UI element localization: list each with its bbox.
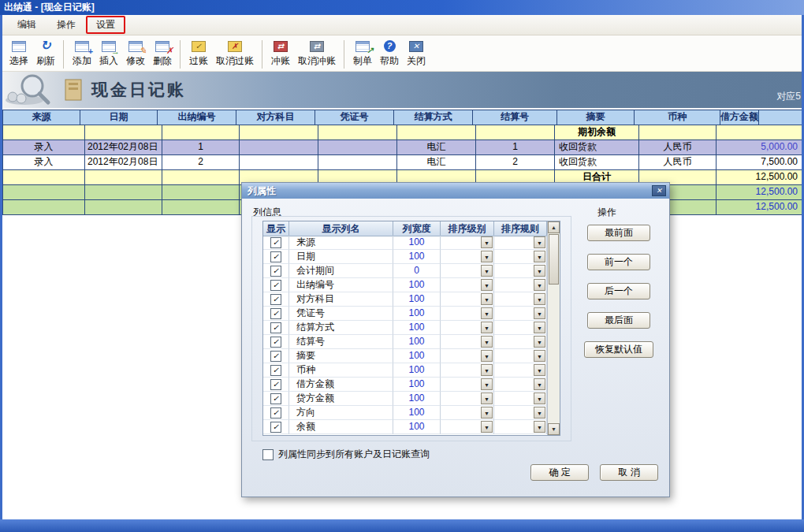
dialog-title-bar[interactable]: 列属性 ✕ bbox=[242, 183, 669, 199]
sort-level-dropdown[interactable]: ▼ bbox=[481, 407, 493, 419]
show-checkbox[interactable]: ✓ bbox=[270, 407, 281, 419]
toolbar-button[interactable]: ✗ 取消过账 bbox=[212, 40, 258, 69]
journal-column-header[interactable]: 结算号 bbox=[473, 110, 557, 125]
sort-rule-dropdown[interactable]: ▼ bbox=[534, 364, 545, 376]
column-width-value[interactable]: 100 bbox=[393, 363, 441, 378]
column-width-value[interactable]: 100 bbox=[393, 278, 441, 292]
sort-level-dropdown[interactable]: ▼ bbox=[481, 364, 493, 376]
scroll-down-button[interactable]: ▼ bbox=[548, 423, 560, 435]
sort-level-dropdown[interactable]: ▼ bbox=[481, 279, 493, 291]
journal-column-header[interactable]: 结算方式 bbox=[394, 110, 473, 125]
journal-column-header[interactable]: 摘要 bbox=[557, 110, 635, 125]
scroll-up-button[interactable]: ▲ bbox=[548, 221, 560, 233]
journal-row[interactable]: 录入 2012年02月08日 2 电汇 2 收回货款 人民币 7,500.00 bbox=[3, 155, 802, 170]
journal-column-header[interactable]: 借方金额 bbox=[720, 110, 759, 125]
show-checkbox[interactable]: ✓ bbox=[270, 422, 281, 433]
show-checkbox[interactable]: ✓ bbox=[270, 251, 281, 262]
sort-rule-dropdown[interactable]: ▼ bbox=[534, 378, 545, 390]
sort-level-dropdown[interactable]: ▼ bbox=[481, 392, 493, 404]
journal-row[interactable]: 录入 2012年02月08日 1 电汇 1 收回货款 人民币 5,000.00 bbox=[3, 140, 802, 155]
column-width-value[interactable]: 100 bbox=[393, 378, 441, 392]
column-width-value[interactable]: 100 bbox=[393, 236, 441, 250]
menu-item[interactable]: 操作 bbox=[47, 16, 86, 34]
show-checkbox[interactable]: ✓ bbox=[270, 280, 281, 291]
sort-rule-dropdown[interactable]: ▼ bbox=[534, 279, 545, 291]
toolbar-button[interactable]: ✎ 修改 bbox=[122, 40, 149, 69]
journal-column-header[interactable]: 日期 bbox=[80, 110, 158, 125]
sort-rule-dropdown[interactable]: ▼ bbox=[534, 392, 545, 404]
title-bar[interactable]: 出纳通 - [现金日记账] bbox=[0, 0, 804, 15]
toolbar-button[interactable]: ⇄ 冲账 bbox=[262, 40, 294, 69]
column-width-value[interactable]: 100 bbox=[393, 335, 441, 349]
op-button[interactable]: 恢复默认值 bbox=[584, 341, 653, 358]
sort-rule-dropdown[interactable]: ▼ bbox=[534, 307, 545, 319]
column-width-value[interactable]: 100 bbox=[393, 307, 441, 321]
journal-column-header[interactable]: 币种 bbox=[635, 110, 720, 125]
op-button[interactable]: 最前面 bbox=[587, 225, 650, 241]
op-button[interactable]: 最后面 bbox=[587, 312, 650, 329]
toolbar-button[interactable]: ✗ 删除 bbox=[149, 40, 176, 69]
sort-level-dropdown[interactable]: ▼ bbox=[481, 336, 493, 348]
column-width-value[interactable]: 100 bbox=[393, 321, 441, 335]
show-checkbox[interactable]: ✓ bbox=[270, 308, 281, 319]
column-width-value[interactable]: 100 bbox=[393, 392, 441, 406]
column-width-value[interactable]: 100 bbox=[393, 250, 441, 264]
sort-level-dropdown[interactable]: ▼ bbox=[481, 251, 493, 262]
show-checkbox[interactable]: ✓ bbox=[270, 322, 281, 333]
sort-level-dropdown[interactable]: ▼ bbox=[481, 350, 493, 362]
sort-level-dropdown[interactable]: ▼ bbox=[481, 378, 493, 390]
cancel-button[interactable]: 取 消 bbox=[600, 464, 658, 481]
sort-rule-dropdown[interactable]: ▼ bbox=[534, 293, 545, 305]
journal-column-header[interactable]: 来源 bbox=[3, 110, 80, 125]
toolbar-button[interactable]: ⇄ 取消冲账 bbox=[294, 40, 340, 69]
column-width-value[interactable]: 0 bbox=[393, 264, 441, 278]
scroll-thumb[interactable] bbox=[549, 234, 559, 285]
show-checkbox[interactable]: ✓ bbox=[270, 237, 281, 248]
sort-level-dropdown[interactable]: ▼ bbox=[481, 421, 493, 433]
sort-rule-dropdown[interactable]: ▼ bbox=[534, 336, 545, 348]
sort-rule-dropdown[interactable]: ▼ bbox=[534, 251, 545, 262]
table-scrollbar[interactable]: ▲ ▼ bbox=[547, 221, 560, 435]
show-checkbox[interactable]: ✓ bbox=[270, 337, 281, 348]
column-width-value[interactable]: 100 bbox=[393, 420, 441, 434]
column-width-value[interactable]: 100 bbox=[393, 292, 441, 307]
op-button[interactable]: 后一个 bbox=[587, 283, 650, 299]
show-checkbox[interactable]: ✓ bbox=[270, 365, 281, 376]
sort-level-dropdown[interactable]: ▼ bbox=[481, 307, 493, 319]
sort-rule-dropdown[interactable]: ▼ bbox=[534, 350, 545, 362]
show-checkbox[interactable]: ✓ bbox=[270, 393, 281, 404]
journal-column-header[interactable]: 凭证号 bbox=[315, 110, 394, 125]
show-checkbox[interactable]: ✓ bbox=[270, 266, 281, 277]
column-width-value[interactable]: 100 bbox=[393, 349, 441, 363]
toolbar-button[interactable]: ↗ 制单 bbox=[344, 40, 376, 69]
sort-rule-dropdown[interactable]: ▼ bbox=[534, 322, 545, 333]
ok-button[interactable]: 确 定 bbox=[530, 464, 589, 481]
toolbar-button[interactable]: ✓ 过账 bbox=[180, 40, 212, 69]
journal-column-header[interactable]: 出纳编号 bbox=[158, 110, 236, 125]
toolbar-button[interactable]: ✕ 关闭 bbox=[403, 40, 430, 69]
sort-level-dropdown[interactable]: ▼ bbox=[481, 236, 493, 248]
menu-item[interactable]: 编辑 bbox=[7, 16, 47, 34]
sync-checkbox[interactable] bbox=[262, 449, 274, 460]
sort-level-dropdown[interactable]: ▼ bbox=[481, 293, 493, 305]
sort-rule-dropdown[interactable]: ▼ bbox=[534, 421, 545, 433]
toolbar-button[interactable]: → 插入 bbox=[95, 40, 122, 69]
show-checkbox[interactable]: ✓ bbox=[270, 351, 281, 362]
show-checkbox[interactable]: ✓ bbox=[270, 379, 281, 390]
sort-rule-dropdown[interactable]: ▼ bbox=[534, 407, 545, 419]
sort-level-dropdown[interactable]: ▼ bbox=[481, 265, 493, 277]
journal-column-header[interactable]: 对方科目 bbox=[236, 110, 315, 125]
toolbar-button[interactable]: 选择 bbox=[6, 40, 32, 69]
toolbar-button[interactable]: + 添加 bbox=[63, 40, 95, 69]
sort-rule-dropdown[interactable]: ▼ bbox=[534, 265, 545, 277]
journal-row[interactable]: 期初余额 bbox=[3, 125, 802, 140]
show-checkbox[interactable]: ✓ bbox=[270, 294, 281, 305]
toolbar-button[interactable]: ? 帮助 bbox=[376, 39, 403, 69]
op-button[interactable]: 前一个 bbox=[587, 254, 650, 270]
sort-level-dropdown[interactable]: ▼ bbox=[481, 322, 493, 333]
column-width-value[interactable]: 100 bbox=[393, 406, 441, 420]
dialog-close-button[interactable]: ✕ bbox=[652, 185, 666, 196]
sort-rule-dropdown[interactable]: ▼ bbox=[534, 236, 545, 248]
menu-item[interactable]: 设置 bbox=[86, 16, 125, 34]
toolbar-button[interactable]: ↻ 刷新 bbox=[32, 39, 59, 69]
